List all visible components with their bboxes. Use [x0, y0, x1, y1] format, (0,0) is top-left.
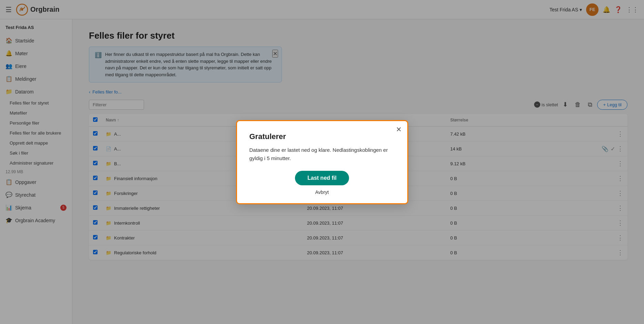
- dialog-actions: Last ned fil Avbryt: [249, 171, 395, 195]
- dialog-body: Dataene dine er lastet ned og klare. Ned…: [249, 146, 395, 163]
- download-file-button[interactable]: Last ned fil: [295, 171, 349, 185]
- gratulerer-dialog: ✕ Gratulerer Dataene dine er lastet ned …: [236, 120, 408, 204]
- modal-overlay: ✕ Gratulerer Dataene dine er lastet ned …: [0, 0, 644, 324]
- dialog-title: Gratulerer: [249, 132, 395, 141]
- dialog-close-button[interactable]: ✕: [396, 125, 402, 134]
- cancel-button[interactable]: Avbryt: [315, 189, 329, 195]
